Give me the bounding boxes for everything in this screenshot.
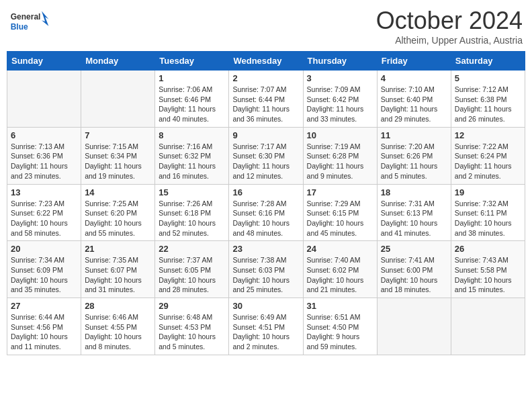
day-number: 12 <box>455 130 521 140</box>
calendar-cell <box>81 71 155 128</box>
calendar-cell: 29 Sunrise: 6:48 AMSunset: 4:53 PMDaylig… <box>155 298 229 355</box>
day-info: Sunrise: 7:31 AMSunset: 6:13 PMDaylight:… <box>381 199 438 237</box>
day-number: 9 <box>232 130 299 140</box>
day-number: 31 <box>307 301 373 311</box>
day-info: Sunrise: 6:49 AMSunset: 4:51 PMDaylight:… <box>232 313 290 351</box>
day-info: Sunrise: 6:51 AMSunset: 4:50 PMDaylight:… <box>307 313 361 351</box>
header-sunday: Sunday <box>7 52 81 71</box>
calendar-cell: 30 Sunrise: 6:49 AMSunset: 4:51 PMDaylig… <box>229 298 303 355</box>
day-info: Sunrise: 7:40 AMSunset: 6:02 PMDaylight:… <box>307 256 364 293</box>
day-info: Sunrise: 7:43 AMSunset: 5:58 PMDaylight:… <box>455 256 512 293</box>
calendar-cell: 6 Sunrise: 7:13 AMSunset: 6:36 PMDayligh… <box>7 127 81 184</box>
calendar-week-row: 13 Sunrise: 7:23 AMSunset: 6:22 PMDaylig… <box>7 184 525 241</box>
day-number: 19 <box>455 187 521 197</box>
calendar-week-row: 1 Sunrise: 7:06 AMSunset: 6:46 PMDayligh… <box>7 71 525 128</box>
day-number: 18 <box>381 187 447 197</box>
day-number: 16 <box>232 187 299 197</box>
calendar-cell: 2 Sunrise: 7:07 AMSunset: 6:44 PMDayligh… <box>229 71 303 128</box>
header-friday: Friday <box>377 52 451 71</box>
day-number: 20 <box>11 244 77 254</box>
day-number: 5 <box>455 73 521 83</box>
day-number: 1 <box>159 73 225 83</box>
header-saturday: Saturday <box>451 52 525 71</box>
day-info: Sunrise: 7:22 AMSunset: 6:24 PMDaylight:… <box>455 142 512 180</box>
calendar-cell: 28 Sunrise: 6:46 AMSunset: 4:55 PMDaylig… <box>81 298 155 355</box>
day-number: 23 <box>232 244 299 254</box>
day-number: 26 <box>455 244 521 254</box>
calendar-cell: 12 Sunrise: 7:22 AMSunset: 6:24 PMDaylig… <box>451 127 525 184</box>
day-info: Sunrise: 7:32 AMSunset: 6:11 PMDaylight:… <box>455 199 512 237</box>
day-number: 17 <box>307 187 373 197</box>
calendar-header-row: Sunday Monday Tuesday Wednesday Thursday… <box>7 52 525 71</box>
calendar-cell: 24 Sunrise: 7:40 AMSunset: 6:02 PMDaylig… <box>303 241 377 298</box>
calendar-cell: 18 Sunrise: 7:31 AMSunset: 6:13 PMDaylig… <box>377 184 451 241</box>
calendar-cell: 16 Sunrise: 7:28 AMSunset: 6:16 PMDaylig… <box>229 184 303 241</box>
day-info: Sunrise: 7:15 AMSunset: 6:34 PMDaylight:… <box>85 142 142 180</box>
day-number: 2 <box>232 73 299 83</box>
day-info: Sunrise: 7:17 AMSunset: 6:30 PMDaylight:… <box>232 142 290 180</box>
day-info: Sunrise: 7:29 AMSunset: 6:15 PMDaylight:… <box>307 199 364 237</box>
calendar-cell <box>7 71 81 128</box>
calendar-cell: 7 Sunrise: 7:15 AMSunset: 6:34 PMDayligh… <box>81 127 155 184</box>
day-info: Sunrise: 7:10 AMSunset: 6:40 PMDaylight:… <box>381 85 438 123</box>
day-number: 7 <box>85 130 151 140</box>
svg-text:Blue: Blue <box>11 22 28 32</box>
calendar-cell: 5 Sunrise: 7:12 AMSunset: 6:38 PMDayligh… <box>451 71 525 128</box>
day-info: Sunrise: 7:12 AMSunset: 6:38 PMDaylight:… <box>455 85 512 123</box>
svg-marker-2 <box>42 11 48 26</box>
svg-text:General: General <box>11 12 41 21</box>
day-number: 15 <box>159 187 225 197</box>
day-number: 6 <box>11 130 77 140</box>
day-info: Sunrise: 7:26 AMSunset: 6:18 PMDaylight:… <box>159 199 216 237</box>
calendar-cell: 4 Sunrise: 7:10 AMSunset: 6:40 PMDayligh… <box>377 71 451 128</box>
calendar-cell: 14 Sunrise: 7:25 AMSunset: 6:20 PMDaylig… <box>81 184 155 241</box>
day-number: 22 <box>159 244 225 254</box>
calendar-cell: 31 Sunrise: 6:51 AMSunset: 4:50 PMDaylig… <box>303 298 377 355</box>
calendar-cell: 3 Sunrise: 7:09 AMSunset: 6:42 PMDayligh… <box>303 71 377 128</box>
calendar-cell: 27 Sunrise: 6:44 AMSunset: 4:56 PMDaylig… <box>7 298 81 355</box>
day-number: 30 <box>232 301 299 311</box>
location: Altheim, Upper Austria, Austria <box>376 35 523 46</box>
calendar-cell: 13 Sunrise: 7:23 AMSunset: 6:22 PMDaylig… <box>7 184 81 241</box>
day-number: 28 <box>85 301 151 311</box>
month-title: October 2024 <box>376 7 523 35</box>
header-tuesday: Tuesday <box>155 52 229 71</box>
calendar-cell: 22 Sunrise: 7:37 AMSunset: 6:05 PMDaylig… <box>155 241 229 298</box>
day-number: 14 <box>85 187 151 197</box>
page-header: General Blue October 2024 Altheim, Upper… <box>7 7 525 46</box>
day-info: Sunrise: 7:25 AMSunset: 6:20 PMDaylight:… <box>85 199 142 237</box>
calendar-cell: 1 Sunrise: 7:06 AMSunset: 6:46 PMDayligh… <box>155 71 229 128</box>
day-info: Sunrise: 7:41 AMSunset: 6:00 PMDaylight:… <box>381 256 438 293</box>
calendar-cell: 23 Sunrise: 7:38 AMSunset: 6:03 PMDaylig… <box>229 241 303 298</box>
day-info: Sunrise: 7:23 AMSunset: 6:22 PMDaylight:… <box>11 199 68 237</box>
day-info: Sunrise: 7:13 AMSunset: 6:36 PMDaylight:… <box>11 142 68 180</box>
day-info: Sunrise: 7:20 AMSunset: 6:26 PMDaylight:… <box>381 142 438 180</box>
calendar-cell: 8 Sunrise: 7:16 AMSunset: 6:32 PMDayligh… <box>155 127 229 184</box>
day-info: Sunrise: 6:44 AMSunset: 4:56 PMDaylight:… <box>11 313 68 351</box>
calendar-cell: 17 Sunrise: 7:29 AMSunset: 6:15 PMDaylig… <box>303 184 377 241</box>
day-info: Sunrise: 6:46 AMSunset: 4:55 PMDaylight:… <box>85 313 142 351</box>
day-number: 4 <box>381 73 447 83</box>
calendar-table: Sunday Monday Tuesday Wednesday Thursday… <box>7 51 525 355</box>
day-info: Sunrise: 7:07 AMSunset: 6:44 PMDaylight:… <box>232 85 290 123</box>
day-number: 11 <box>381 130 447 140</box>
title-block: October 2024 Altheim, Upper Austria, Aus… <box>376 7 523 46</box>
day-info: Sunrise: 7:16 AMSunset: 6:32 PMDaylight:… <box>159 142 216 180</box>
calendar-cell: 10 Sunrise: 7:19 AMSunset: 6:28 PMDaylig… <box>303 127 377 184</box>
day-number: 8 <box>159 130 225 140</box>
header-wednesday: Wednesday <box>229 52 303 71</box>
day-info: Sunrise: 7:28 AMSunset: 6:16 PMDaylight:… <box>232 199 290 237</box>
day-number: 25 <box>381 244 447 254</box>
logo-svg: General Blue <box>9 7 50 36</box>
day-info: Sunrise: 7:34 AMSunset: 6:09 PMDaylight:… <box>11 256 68 293</box>
day-number: 29 <box>159 301 225 311</box>
calendar-cell: 19 Sunrise: 7:32 AMSunset: 6:11 PMDaylig… <box>451 184 525 241</box>
day-info: Sunrise: 6:48 AMSunset: 4:53 PMDaylight:… <box>159 313 216 351</box>
calendar-week-row: 27 Sunrise: 6:44 AMSunset: 4:56 PMDaylig… <box>7 298 525 355</box>
calendar-cell: 20 Sunrise: 7:34 AMSunset: 6:09 PMDaylig… <box>7 241 81 298</box>
calendar-cell: 15 Sunrise: 7:26 AMSunset: 6:18 PMDaylig… <box>155 184 229 241</box>
day-info: Sunrise: 7:35 AMSunset: 6:07 PMDaylight:… <box>85 256 142 293</box>
day-number: 27 <box>11 301 77 311</box>
calendar-week-row: 6 Sunrise: 7:13 AMSunset: 6:36 PMDayligh… <box>7 127 525 184</box>
day-info: Sunrise: 7:37 AMSunset: 6:05 PMDaylight:… <box>159 256 216 293</box>
